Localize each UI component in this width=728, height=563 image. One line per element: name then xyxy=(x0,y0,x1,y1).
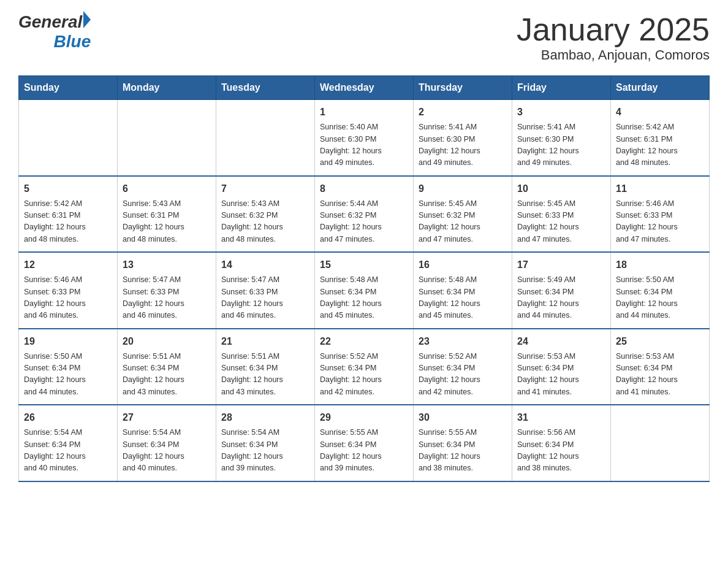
day-number: 29 xyxy=(320,410,408,425)
day-info: Sunrise: 5:40 AM Sunset: 6:30 PM Dayligh… xyxy=(320,121,408,169)
day-number: 11 xyxy=(616,182,704,196)
week-row-2: 5Sunrise: 5:42 AM Sunset: 6:31 PM Daylig… xyxy=(19,176,710,253)
day-number: 3 xyxy=(517,105,605,120)
day-info: Sunrise: 5:46 AM Sunset: 6:33 PM Dayligh… xyxy=(24,274,112,322)
day-info: Sunrise: 5:54 AM Sunset: 6:34 PM Dayligh… xyxy=(123,427,211,475)
calendar-cell: 26Sunrise: 5:54 AM Sunset: 6:34 PM Dayli… xyxy=(19,405,118,481)
calendar-cell: 14Sunrise: 5:47 AM Sunset: 6:33 PM Dayli… xyxy=(216,252,315,329)
day-number: 26 xyxy=(24,410,112,425)
logo-triangle-icon xyxy=(83,11,91,28)
calendar-cell: 13Sunrise: 5:47 AM Sunset: 6:33 PM Dayli… xyxy=(118,252,216,329)
day-number: 22 xyxy=(320,334,408,349)
calendar-cell: 7Sunrise: 5:43 AM Sunset: 6:32 PM Daylig… xyxy=(216,176,315,253)
calendar-cell: 21Sunrise: 5:51 AM Sunset: 6:34 PM Dayli… xyxy=(216,329,315,405)
calendar-cell: 6Sunrise: 5:43 AM Sunset: 6:31 PM Daylig… xyxy=(118,176,216,253)
calendar-cell: 25Sunrise: 5:53 AM Sunset: 6:34 PM Dayli… xyxy=(611,329,710,405)
day-info: Sunrise: 5:53 AM Sunset: 6:34 PM Dayligh… xyxy=(517,351,605,399)
calendar-subtitle: Bambao, Anjouan, Comoros xyxy=(517,47,710,63)
calendar-title: January 2025 xyxy=(517,12,710,47)
calendar-cell: 4Sunrise: 5:42 AM Sunset: 6:31 PM Daylig… xyxy=(611,100,710,176)
weekday-header-monday: Monday xyxy=(118,76,216,100)
day-info: Sunrise: 5:43 AM Sunset: 6:32 PM Dayligh… xyxy=(221,198,309,246)
week-row-5: 26Sunrise: 5:54 AM Sunset: 6:34 PM Dayli… xyxy=(19,405,710,481)
day-info: Sunrise: 5:54 AM Sunset: 6:34 PM Dayligh… xyxy=(24,427,112,475)
day-info: Sunrise: 5:48 AM Sunset: 6:34 PM Dayligh… xyxy=(320,274,408,322)
day-number: 19 xyxy=(24,334,112,349)
week-row-1: 1Sunrise: 5:40 AM Sunset: 6:30 PM Daylig… xyxy=(19,100,710,176)
weekday-header-thursday: Thursday xyxy=(414,76,512,100)
day-number: 1 xyxy=(320,105,408,120)
calendar-cell: 1Sunrise: 5:40 AM Sunset: 6:30 PM Daylig… xyxy=(315,100,414,176)
day-number: 31 xyxy=(517,410,605,425)
calendar-cell: 12Sunrise: 5:46 AM Sunset: 6:33 PM Dayli… xyxy=(19,252,118,329)
day-info: Sunrise: 5:47 AM Sunset: 6:33 PM Dayligh… xyxy=(123,274,211,322)
calendar-cell: 27Sunrise: 5:54 AM Sunset: 6:34 PM Dayli… xyxy=(118,405,216,481)
weekday-header-sunday: Sunday xyxy=(19,76,118,100)
calendar-cell: 11Sunrise: 5:46 AM Sunset: 6:33 PM Dayli… xyxy=(611,176,710,253)
day-info: Sunrise: 5:55 AM Sunset: 6:34 PM Dayligh… xyxy=(419,427,507,475)
day-info: Sunrise: 5:54 AM Sunset: 6:34 PM Dayligh… xyxy=(221,427,309,475)
calendar-cell: 16Sunrise: 5:48 AM Sunset: 6:34 PM Dayli… xyxy=(414,252,512,329)
page-header: General Blue January 2025 Bambao, Anjoua… xyxy=(18,12,710,63)
logo-blue: Blue xyxy=(54,32,91,52)
calendar-cell xyxy=(118,100,216,176)
day-number: 13 xyxy=(123,258,211,272)
day-info: Sunrise: 5:44 AM Sunset: 6:32 PM Dayligh… xyxy=(320,198,408,246)
day-number: 10 xyxy=(517,182,605,196)
calendar-body: 1Sunrise: 5:40 AM Sunset: 6:30 PM Daylig… xyxy=(19,100,710,481)
day-number: 18 xyxy=(616,258,704,272)
weekday-header-friday: Friday xyxy=(512,76,611,100)
calendar-cell xyxy=(19,100,118,176)
day-info: Sunrise: 5:55 AM Sunset: 6:34 PM Dayligh… xyxy=(320,427,408,475)
calendar-cell: 29Sunrise: 5:55 AM Sunset: 6:34 PM Dayli… xyxy=(315,405,414,481)
calendar-cell: 24Sunrise: 5:53 AM Sunset: 6:34 PM Dayli… xyxy=(512,329,611,405)
day-number: 14 xyxy=(221,258,309,272)
calendar-cell: 28Sunrise: 5:54 AM Sunset: 6:34 PM Dayli… xyxy=(216,405,315,481)
calendar-table: SundayMondayTuesdayWednesdayThursdayFrid… xyxy=(18,75,710,482)
calendar-cell: 18Sunrise: 5:50 AM Sunset: 6:34 PM Dayli… xyxy=(611,252,710,329)
weekday-header-row: SundayMondayTuesdayWednesdayThursdayFrid… xyxy=(19,76,710,100)
day-number: 25 xyxy=(616,334,704,349)
day-number: 16 xyxy=(419,258,507,272)
day-info: Sunrise: 5:52 AM Sunset: 6:34 PM Dayligh… xyxy=(320,351,408,399)
day-number: 30 xyxy=(419,410,507,425)
calendar-cell: 3Sunrise: 5:41 AM Sunset: 6:30 PM Daylig… xyxy=(512,100,611,176)
day-info: Sunrise: 5:53 AM Sunset: 6:34 PM Dayligh… xyxy=(616,351,704,399)
weekday-header-tuesday: Tuesday xyxy=(216,76,315,100)
calendar-header: SundayMondayTuesdayWednesdayThursdayFrid… xyxy=(19,76,710,100)
day-number: 15 xyxy=(320,258,408,272)
day-number: 23 xyxy=(419,334,507,349)
calendar-cell: 30Sunrise: 5:55 AM Sunset: 6:34 PM Dayli… xyxy=(414,405,512,481)
day-info: Sunrise: 5:42 AM Sunset: 6:31 PM Dayligh… xyxy=(24,198,112,246)
day-number: 4 xyxy=(616,105,704,120)
weekday-header-wednesday: Wednesday xyxy=(315,76,414,100)
logo: General Blue xyxy=(18,12,91,52)
day-info: Sunrise: 5:50 AM Sunset: 6:34 PM Dayligh… xyxy=(24,351,112,399)
day-info: Sunrise: 5:56 AM Sunset: 6:34 PM Dayligh… xyxy=(517,427,605,475)
calendar-cell xyxy=(216,100,315,176)
calendar-cell: 10Sunrise: 5:45 AM Sunset: 6:33 PM Dayli… xyxy=(512,176,611,253)
weekday-header-saturday: Saturday xyxy=(611,76,710,100)
day-number: 5 xyxy=(24,182,112,196)
day-info: Sunrise: 5:48 AM Sunset: 6:34 PM Dayligh… xyxy=(419,274,507,322)
calendar-cell: 5Sunrise: 5:42 AM Sunset: 6:31 PM Daylig… xyxy=(19,176,118,253)
calendar-cell: 20Sunrise: 5:51 AM Sunset: 6:34 PM Dayli… xyxy=(118,329,216,405)
day-number: 17 xyxy=(517,258,605,272)
day-info: Sunrise: 5:43 AM Sunset: 6:31 PM Dayligh… xyxy=(123,198,211,246)
day-info: Sunrise: 5:51 AM Sunset: 6:34 PM Dayligh… xyxy=(123,351,211,399)
day-info: Sunrise: 5:50 AM Sunset: 6:34 PM Dayligh… xyxy=(616,274,704,322)
day-info: Sunrise: 5:45 AM Sunset: 6:32 PM Dayligh… xyxy=(419,198,507,246)
calendar-cell xyxy=(611,405,710,481)
title-section: January 2025 Bambao, Anjouan, Comoros xyxy=(517,12,710,63)
day-number: 27 xyxy=(123,410,211,425)
day-number: 9 xyxy=(419,182,507,196)
calendar-cell: 22Sunrise: 5:52 AM Sunset: 6:34 PM Dayli… xyxy=(315,329,414,405)
logo-general: General xyxy=(18,12,82,32)
day-info: Sunrise: 5:42 AM Sunset: 6:31 PM Dayligh… xyxy=(616,121,704,169)
day-info: Sunrise: 5:51 AM Sunset: 6:34 PM Dayligh… xyxy=(221,351,309,399)
day-number: 8 xyxy=(320,182,408,196)
day-number: 28 xyxy=(221,410,309,425)
calendar-cell: 8Sunrise: 5:44 AM Sunset: 6:32 PM Daylig… xyxy=(315,176,414,253)
day-number: 7 xyxy=(221,182,309,196)
day-number: 12 xyxy=(24,258,112,272)
